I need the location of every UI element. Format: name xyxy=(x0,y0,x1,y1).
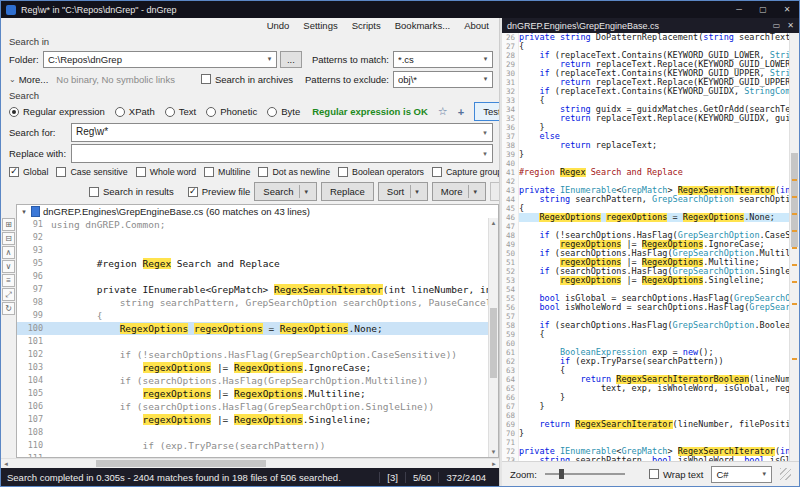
results-horizontal-scrollbar[interactable]: ◄ ► xyxy=(1,458,499,468)
preview-line[interactable]: 45{ xyxy=(502,204,789,213)
menu-item-undo[interactable]: Undo xyxy=(267,20,290,31)
radio-phonetic[interactable]: Phonetic xyxy=(206,106,257,117)
result-line[interactable]: 93 xyxy=(17,244,498,257)
preview-line[interactable]: 31 return replaceText.Replace(KEYWORD_GU… xyxy=(502,78,789,87)
preview-line[interactable]: 63 { xyxy=(502,366,789,375)
checkbox-search-in-results[interactable]: Search in results xyxy=(89,186,174,197)
chevron-down-icon[interactable]: ▾ xyxy=(758,470,771,478)
preview-line[interactable]: 69 return RegexSearchIterator(lineNumber… xyxy=(502,420,789,429)
preview-line[interactable]: 27{ xyxy=(502,42,789,51)
checkbox-search-in-archives[interactable]: Search in archives xyxy=(201,74,293,85)
preview-line[interactable]: 61 BooleanExpression exp = new(); xyxy=(502,348,789,357)
preview-line[interactable]: 57 xyxy=(502,312,789,321)
replace-with-input[interactable]: ▾ xyxy=(71,144,493,163)
scrollbar-thumb[interactable] xyxy=(490,308,497,378)
preview-line[interactable]: 71 xyxy=(502,438,789,447)
preview-line[interactable]: 36 } xyxy=(502,123,789,132)
zoom-slider[interactable] xyxy=(545,473,625,475)
patterns-exclude-combobox[interactable]: obj\* ▾ xyxy=(393,71,493,88)
menu-item-bookmarks[interactable]: Bookmarks... xyxy=(395,20,450,31)
chevron-down-icon[interactable]: ▾ xyxy=(479,55,492,63)
scrollbar-thumb[interactable] xyxy=(791,153,798,247)
preview-line[interactable]: 35 return replaceText.Replace(KEYWORD_GU… xyxy=(502,114,789,123)
patterns-match-combobox[interactable]: *.cs ▾ xyxy=(393,51,493,68)
result-line[interactable]: 111 xyxy=(17,452,498,457)
result-line[interactable]: 98 string searchPattern, GrepSearchOptio… xyxy=(17,296,498,309)
preview-line[interactable]: 33 { xyxy=(502,96,789,105)
preview-line[interactable]: 51 regexOptions |= RegexOptions.Multilin… xyxy=(502,258,789,267)
preview-code[interactable]: 26private string DoPatternReplacement(st… xyxy=(502,33,789,461)
checkbox-boolean-operators[interactable]: Boolean operators xyxy=(338,167,424,177)
syntax-combobox[interactable]: C# ▾ xyxy=(711,466,771,483)
scrollbar-thumb[interactable] xyxy=(96,460,266,467)
zoom-slider-thumb[interactable] xyxy=(559,469,564,479)
preview-line[interactable]: 54 xyxy=(502,285,789,294)
refresh-button[interactable]: ↻ xyxy=(2,302,15,315)
result-line[interactable]: 95 #region Regex Search and Replace xyxy=(17,257,498,270)
preview-line[interactable]: 44 string searchPattern, GrepSearchOptio… xyxy=(502,195,789,204)
preview-line[interactable]: 43private IEnumerable<GrepMatch> RegexSe… xyxy=(502,186,789,195)
preview-line[interactable]: 26private string DoPatternReplacement(st… xyxy=(502,33,789,42)
preview-line[interactable]: 68 xyxy=(502,411,789,420)
result-line[interactable]: 106 if (searchOptions.HasFlag(GrepSearch… xyxy=(17,400,498,413)
chevron-down-icon[interactable]: ▾ xyxy=(479,146,491,161)
replace-button[interactable]: Replace xyxy=(321,182,374,201)
scroll-right-icon[interactable]: ► xyxy=(489,461,499,467)
result-line[interactable]: 99 { xyxy=(17,309,498,322)
result-line[interactable]: 107 regexOptions |= RegexOptions.Singlel… xyxy=(17,413,498,426)
checkbox-wrap-text[interactable]: Wrap text xyxy=(649,469,703,480)
close-preview-icon[interactable]: ✕ xyxy=(787,21,794,30)
radio-xpath[interactable]: XPath xyxy=(115,106,155,117)
preview-line[interactable]: 47 xyxy=(502,222,789,231)
search-button[interactable]: Search▾ xyxy=(254,182,317,201)
preview-line[interactable]: 38 return replaceText; xyxy=(502,141,789,150)
preview-line[interactable]: 50 if (searchOptions.HasFlag(GrepSearchO… xyxy=(502,249,789,258)
result-line[interactable]: 110 if (exp.TryParse(searchPattern)) xyxy=(17,439,498,452)
result-line[interactable]: 108 xyxy=(17,426,498,439)
radio-text[interactable]: Text xyxy=(165,106,196,117)
sort-button[interactable]: Sort▾ xyxy=(378,182,428,201)
more-button[interactable]: More▾ xyxy=(432,182,486,201)
preview-line[interactable]: 53 regexOptions |= RegexOptions.Singleli… xyxy=(502,276,789,285)
result-line[interactable]: 103 regexOptions |= RegexOptions.IgnoreC… xyxy=(17,361,498,374)
preview-line[interactable]: 40 xyxy=(502,159,789,168)
result-line[interactable]: 102 if (!searchOptions.HasFlag(GrepSearc… xyxy=(17,348,498,361)
collapse-all-button[interactable]: ⊟ xyxy=(2,232,15,245)
more-expander[interactable]: More... xyxy=(19,74,49,85)
result-line[interactable]: 100 RegexOptions regexOptions = RegexOpt… xyxy=(17,322,498,335)
preview-line[interactable]: 60 xyxy=(502,339,789,348)
preview-line[interactable]: 65 text, exp, isWholeWord, isGlobal, reg… xyxy=(502,384,789,393)
close-icon[interactable]: ✕ xyxy=(775,1,799,18)
previous-match-button[interactable]: ∧ xyxy=(2,246,15,259)
chevron-down-icon[interactable]: ▾ xyxy=(479,125,491,140)
preview-line[interactable]: 55 bool isGlobal = searchOptions.HasFlag… xyxy=(502,294,789,303)
result-line[interactable]: 92 xyxy=(17,231,498,244)
add-bookmark-icon[interactable]: + xyxy=(458,104,464,119)
preview-line[interactable]: 29 return replaceText.Replace(KEYWORD_GU… xyxy=(502,60,789,69)
checkbox-global[interactable]: ✓Global xyxy=(9,167,48,177)
word-wrap-button[interactable]: ≡ xyxy=(2,274,15,287)
preview-line[interactable]: 72private IEnumerable<GrepMatch> RegexSe… xyxy=(502,447,789,456)
result-line[interactable]: 104 if (searchOptions.HasFlag(GrepSearch… xyxy=(17,374,498,387)
radio-byte[interactable]: Byte xyxy=(267,106,300,117)
resize-grip[interactable] xyxy=(780,468,791,480)
preview-line[interactable]: 62 if (exp.TryParse(searchPattern)) xyxy=(502,357,789,366)
results-vertical-scrollbar[interactable]: ▲ ▼ xyxy=(488,218,498,457)
checkbox-whole-word[interactable]: Whole word xyxy=(136,167,196,177)
search-for-input[interactable]: Reg\w* ▾ xyxy=(71,123,493,142)
preview-line[interactable]: 32 if (replaceText.Contains(KEYWORD_GUID… xyxy=(502,87,789,96)
browse-folder-button[interactable]: ... xyxy=(280,51,302,68)
preview-line[interactable]: 34 string guidx = guidxMatches.GetOrAdd(… xyxy=(502,105,789,114)
expander-icon[interactable]: ▾ xyxy=(20,208,28,216)
result-file-row[interactable]: ▾ dnGREP.Engines\GrepEngineBase.cs (60 m… xyxy=(17,205,498,218)
menu-item-about[interactable]: About xyxy=(464,20,489,31)
preview-line[interactable]: 37 else xyxy=(502,132,789,141)
zoom-fit-button[interactable]: ⤢ xyxy=(2,288,15,301)
scroll-down-icon[interactable]: ▼ xyxy=(489,447,498,457)
preview-line[interactable]: 30 if (replaceText.Contains(KEYWORD_GUID… xyxy=(502,69,789,78)
preview-line[interactable]: 70} xyxy=(502,429,789,438)
preview-line[interactable]: 39} xyxy=(502,150,789,159)
folder-combobox[interactable]: C:\Repos\dnGrep ▾ xyxy=(43,51,277,68)
star-icon[interactable]: ☆ xyxy=(438,104,448,119)
preview-line[interactable]: 48 if (!searchOptions.HasFlag(GrepSearch… xyxy=(502,231,789,240)
